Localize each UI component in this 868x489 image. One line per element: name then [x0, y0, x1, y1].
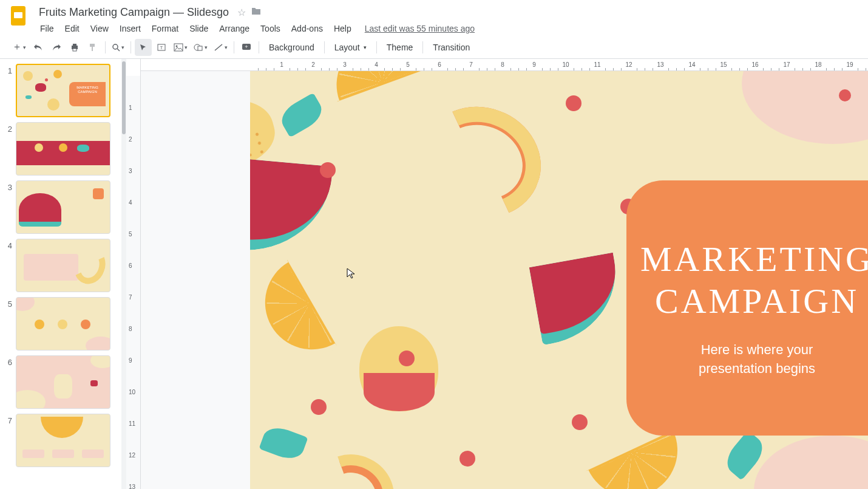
zoom-button[interactable]: ▾ — [109, 39, 127, 56]
cherry-icon — [320, 162, 336, 178]
textbox-tool[interactable]: T — [153, 39, 170, 56]
orange-slice-icon — [590, 448, 693, 489]
leaf-icon — [276, 93, 327, 138]
line-tool[interactable]: ▾ — [211, 39, 230, 56]
svg-line-8 — [117, 49, 120, 51]
slide-thumb-4[interactable]: 4 — [0, 236, 121, 295]
cherry-icon — [311, 399, 327, 415]
menu-tools[interactable]: Tools — [256, 21, 285, 36]
svg-rect-4 — [73, 49, 76, 51]
svg-point-7 — [113, 44, 118, 49]
menubar: File Edit View Insert Format Slide Arran… — [35, 20, 858, 36]
menu-view[interactable]: View — [86, 21, 114, 36]
vertical-ruler: 12345678910111213 — [126, 59, 141, 489]
document-title[interactable]: Fruits Marketing Campaign — Slidesgo — [35, 5, 232, 20]
cherry-icon — [566, 95, 581, 111]
last-edit-link[interactable]: Last edit was 55 minutes ago — [365, 24, 475, 33]
workspace: 1 MARKETING CAMPAIGN 2 3 — [0, 59, 868, 489]
menu-file[interactable]: File — [35, 21, 59, 36]
horizontal-ruler: 1234567891011121314151617181920 — [141, 59, 868, 71]
svg-line-15 — [215, 44, 222, 50]
slide-canvas[interactable]: MARKETING CAMPAIGN Here is where your pr… — [141, 71, 868, 489]
svg-text:T: T — [160, 45, 163, 50]
menu-slide[interactable]: Slide — [185, 21, 213, 36]
svg-rect-6 — [92, 47, 93, 51]
select-tool[interactable] — [135, 39, 152, 56]
star-icon[interactable]: ☆ — [237, 7, 246, 18]
slide-subtitle: Here is where your presentation begins — [699, 341, 815, 378]
comment-button[interactable]: + — [238, 39, 255, 56]
slide-thumb-2[interactable]: 2 — [0, 120, 121, 178]
svg-text:+: + — [245, 44, 248, 50]
image-tool[interactable]: ▾ — [171, 39, 190, 56]
slide-thumb-7[interactable]: 7 — [0, 411, 121, 470]
title-box[interactable]: MARKETING CAMPAIGN Here is where your pr… — [626, 180, 868, 436]
background-button[interactable]: Background — [263, 40, 320, 55]
slide-thumb-6[interactable]: 6 — [0, 353, 121, 411]
cherry-icon — [572, 414, 588, 430]
watermelon-icon — [529, 253, 626, 345]
menu-addons[interactable]: Add-ons — [287, 21, 328, 36]
slide-content[interactable]: MARKETING CAMPAIGN Here is where your pr… — [250, 71, 868, 489]
slides-logo[interactable] — [7, 5, 29, 27]
menu-insert[interactable]: Insert — [115, 21, 146, 36]
slide-thumb-1[interactable]: 1 MARKETING CAMPAIGN — [0, 61, 121, 120]
svg-point-12 — [176, 45, 178, 47]
cherry-icon — [399, 351, 415, 366]
svg-rect-1 — [14, 12, 22, 18]
slide-thumb-3[interactable]: 3 — [0, 178, 121, 236]
layout-button[interactable]: Layout▾ — [328, 40, 373, 55]
apple-icon — [359, 326, 438, 411]
menu-arrange[interactable]: Arrange — [214, 21, 254, 36]
orange-slice-icon — [323, 71, 426, 86]
peach-slice-icon — [412, 98, 550, 227]
undo-button[interactable] — [30, 39, 47, 56]
slide-panel[interactable]: 1 MARKETING CAMPAIGN 2 3 — [0, 59, 121, 489]
menu-help[interactable]: Help — [329, 21, 356, 36]
leaf-icon — [259, 423, 308, 463]
redo-button[interactable] — [48, 39, 65, 56]
svg-rect-5 — [90, 44, 95, 47]
shape-tool[interactable]: ▾ — [191, 39, 210, 56]
theme-button[interactable]: Theme — [381, 40, 419, 55]
folder-icon[interactable] — [251, 7, 262, 19]
transition-button[interactable]: Transition — [427, 40, 476, 55]
cherry-icon — [459, 451, 475, 467]
app-header: Fruits Marketing Campaign — Slidesgo ☆ F… — [0, 0, 868, 36]
slide-thumb-5[interactable]: 5 — [0, 295, 121, 353]
slide-title: MARKETING CAMPAIGN — [640, 238, 868, 323]
menu-edit[interactable]: Edit — [60, 21, 84, 36]
sidebar-scrollbar[interactable] — [121, 59, 126, 489]
menu-format[interactable]: Format — [147, 21, 183, 36]
paint-format-button[interactable] — [84, 39, 101, 56]
svg-rect-14 — [198, 46, 202, 50]
orange-slice-icon — [250, 290, 341, 341]
svg-rect-3 — [73, 44, 76, 46]
new-slide-button[interactable]: ＋▾ — [10, 39, 29, 56]
cherry-icon — [839, 89, 851, 101]
toolbar: ＋▾ ▾ T ▾ ▾ ▾ + Background Layout▾ Theme … — [0, 36, 868, 59]
peach-slice-icon — [314, 457, 392, 489]
print-button[interactable] — [66, 39, 83, 56]
